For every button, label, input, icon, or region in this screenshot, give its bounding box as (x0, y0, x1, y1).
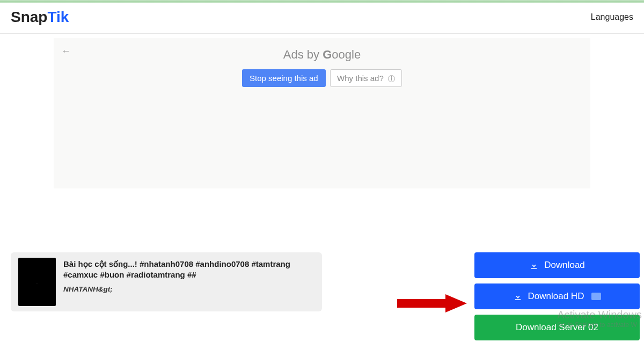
video-author: NHATANH&gt; (63, 285, 314, 293)
download-server02-button[interactable]: Download Server 02 (474, 315, 640, 340)
google-g: G (323, 48, 332, 61)
hd-badge-icon (591, 293, 601, 300)
logo-part-snap: Snap (11, 9, 47, 25)
download-icon (513, 292, 523, 301)
why-this-ad-label: Why this ad? (337, 74, 384, 83)
video-meta: Bài học cột sống...! #nhatanh0708 #anhdi… (63, 258, 314, 306)
video-thumbnail[interactable]: .. (18, 258, 56, 306)
download-hd-button[interactable]: Download HD (474, 283, 640, 309)
stop-seeing-ad-button[interactable]: Stop seeing this ad (242, 69, 326, 87)
download-button[interactable]: Download (474, 252, 640, 278)
download-icon (529, 260, 539, 270)
download-hd-label: Download HD (528, 291, 584, 302)
ads-by-label: Ads by Google (54, 48, 590, 62)
download-label: Download (544, 260, 585, 271)
svg-marker-0 (397, 294, 467, 312)
logo[interactable]: SnapTik (11, 9, 69, 26)
languages-link[interactable]: Languages (591, 12, 633, 22)
results-area: .. Bài học cột sống...! #nhatanh0708 #an… (0, 252, 644, 311)
logo-part-tik: Tik (47, 9, 69, 25)
header: SnapTik Languages (0, 3, 644, 34)
download-column: Download Download HD Download Server 02 (474, 252, 640, 340)
ad-container: ← Ads by Google Stop seeing this ad Why … (54, 38, 590, 188)
video-card: .. Bài học cột sống...! #nhatanh0708 #an… (11, 252, 322, 311)
download-server02-label: Download Server 02 (516, 322, 598, 333)
video-title: Bài học cột sống...! #nhatanh0708 #anhdi… (63, 259, 314, 281)
google-rest: oogle (332, 48, 361, 61)
back-arrow-icon[interactable]: ← (61, 46, 71, 57)
ad-buttons-row: Stop seeing this ad Why this ad? i (54, 69, 590, 87)
ads-by-prefix: Ads by (283, 48, 323, 61)
why-this-ad-button[interactable]: Why this ad? i (330, 69, 402, 87)
google-logo-text: Google (323, 48, 361, 61)
red-arrow-annotation (397, 294, 467, 312)
info-icon: i (388, 75, 395, 82)
